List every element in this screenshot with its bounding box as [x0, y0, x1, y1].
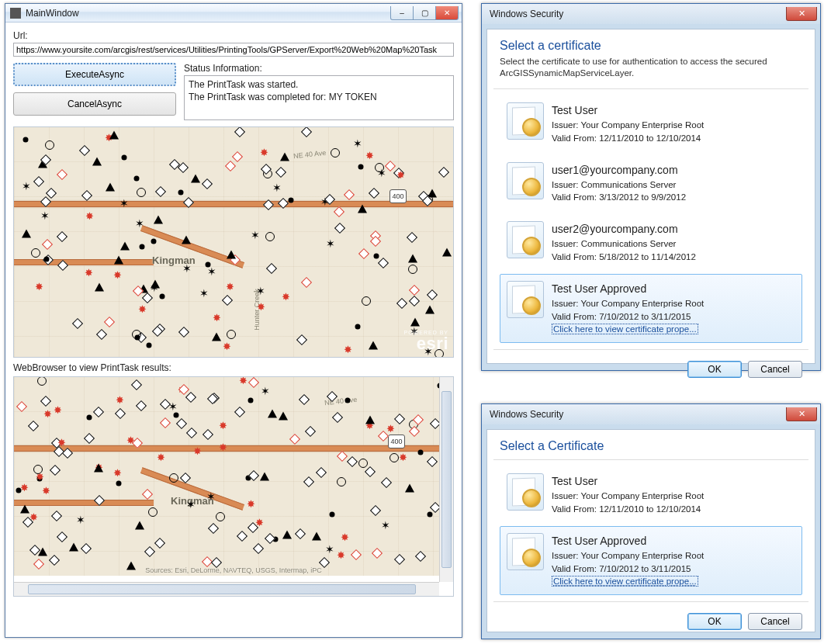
map-marker [279, 199, 287, 207]
map-marker [348, 458, 356, 466]
certificate-item[interactable]: Test User Approved Issuer: Your Company … [500, 526, 802, 595]
map-marker [338, 452, 346, 460]
map-marker [386, 162, 394, 170]
maximize-button[interactable]: ▢ [413, 6, 436, 20]
map-marker [236, 408, 244, 416]
map-marker [373, 549, 381, 557]
map-marker [225, 344, 233, 351]
cert-valid: Valid From: 12/11/2010 to 12/10/2014 [552, 132, 704, 145]
map-marker [227, 330, 236, 339]
map-marker [383, 479, 390, 486]
map-marker [250, 379, 258, 386]
map-marker [223, 296, 231, 304]
app-icon [10, 8, 21, 19]
status-label: Status Information: [184, 63, 454, 74]
map-marker [121, 154, 126, 160]
map-marker [29, 422, 37, 430]
map-marker [82, 545, 90, 552]
certificate-icon [507, 533, 544, 570]
cert-valid: Valid From: 7/10/2012 to 3/11/2015 [552, 563, 704, 576]
route-shield: 400 [389, 189, 407, 203]
scrollbar-horizontal[interactable] [14, 582, 439, 596]
map-marker [383, 523, 391, 531]
dialog-titlebar[interactable]: Windows Security ✕ [482, 4, 820, 24]
close-button[interactable]: ✕ [786, 407, 817, 421]
map-marker [428, 291, 436, 299]
certificate-item[interactable]: user1@yourcompany.com Issuer: Communicat… [500, 155, 802, 212]
map-marker [334, 414, 341, 421]
map-marker [275, 185, 282, 193]
url-input[interactable] [13, 43, 454, 57]
status-box[interactable]: The PrintTask was started. The PrintTask… [184, 75, 454, 120]
webbrowser-view[interactable]: 400 Kingman NE 40 Ave Sources: Esri, DeL… [13, 376, 454, 597]
map-marker [157, 188, 164, 196]
dialog-titlebar[interactable]: Windows Security ✕ [482, 404, 820, 424]
map-marker [284, 294, 292, 302]
map-marker [262, 150, 270, 158]
map-marker [408, 265, 417, 274]
ok-button[interactable]: OK [687, 613, 742, 630]
map-marker [69, 542, 78, 551]
map-marker [360, 250, 368, 258]
certificate-item[interactable]: Test User Issuer: Your Company Enterpris… [500, 466, 802, 523]
cancel-async-button[interactable]: CancelAsync [13, 92, 176, 116]
map-marker [389, 453, 399, 462]
map-marker [106, 183, 115, 192]
map-marker [51, 466, 59, 474]
map-marker [427, 511, 432, 517]
view-cert-properties-link[interactable]: Click here to view certificate prope... [552, 324, 698, 334]
map-marker [179, 164, 187, 171]
map-marker [234, 153, 241, 161]
map-marker [442, 248, 452, 256]
map-marker [133, 381, 140, 389]
close-button[interactable]: ✕ [786, 7, 817, 21]
ok-button[interactable]: OK [687, 361, 742, 378]
map-view[interactable]: 400 Kingman NE 40 Ave Hunter Creek POWER… [13, 126, 454, 358]
certificate-item[interactable]: Test User Approved Issuer: Your Company … [500, 274, 802, 343]
map-marker [83, 192, 91, 199]
map-marker [122, 201, 130, 209]
execute-async-button[interactable]: ExecuteAsync [13, 63, 176, 86]
map-marker [343, 535, 351, 542]
view-cert-properties-link[interactable]: Click here to view certificate prope... [552, 576, 698, 587]
map-marker [171, 404, 178, 412]
map-marker [196, 448, 203, 456]
scrollbar-vertical[interactable] [439, 377, 453, 582]
titlebar[interactable]: MainWindow – ▢ ✕ [5, 4, 462, 23]
map-marker [151, 239, 156, 244]
map-marker [50, 556, 58, 564]
map-marker [87, 270, 95, 278]
map-marker [279, 412, 288, 421]
cert-name: Test User [552, 473, 704, 489]
map-marker [320, 559, 328, 566]
map-marker [396, 415, 403, 423]
map-marker [317, 469, 325, 476]
close-button[interactable]: ✕ [435, 6, 459, 20]
certificate-item[interactable]: user2@yourcompany.com Issuer: Communicat… [500, 214, 802, 271]
map-marker [209, 269, 217, 277]
map-marker [182, 474, 189, 482]
certificate-item[interactable]: Test User Issuer: Your Company Enterpris… [500, 95, 802, 152]
map-marker [372, 507, 379, 514]
minimize-button[interactable]: – [390, 6, 414, 20]
map-marker [337, 477, 346, 486]
map-marker [173, 412, 178, 417]
certificate-list: Test User Issuer: Your Company Enterpris… [500, 95, 802, 346]
map-marker [221, 423, 229, 431]
map-marker [98, 331, 106, 338]
cert-issuer: Issuer: Your Company Enterprise Root [552, 549, 704, 563]
map-marker [431, 504, 439, 511]
map-marker [410, 286, 418, 294]
cancel-button[interactable]: Cancel [748, 613, 802, 630]
map-marker [303, 279, 310, 286]
map-marker [227, 162, 234, 170]
map-marker [44, 488, 52, 496]
map-marker [185, 266, 192, 274]
cancel-button[interactable]: Cancel [748, 361, 802, 378]
cert-valid: Valid From: 5/18/2012 to 11/14/2012 [552, 251, 696, 264]
map-marker [42, 397, 50, 405]
map-marker [180, 328, 188, 336]
map-marker [189, 502, 196, 510]
map-marker [185, 199, 192, 206]
route-shield: 400 [388, 435, 405, 448]
